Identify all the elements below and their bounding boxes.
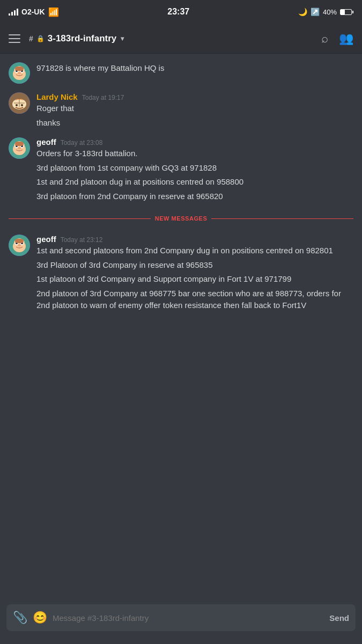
attachment-icon[interactable]: 📎: [13, 611, 27, 625]
message-text: 971828 is where my Battalion HQ is: [36, 62, 353, 75]
avatar: [9, 62, 30, 84]
message-header: geoff Today at 23:12: [36, 235, 353, 244]
hamburger-line-1: [9, 34, 20, 35]
channel-name-text: 3-183rd-infantry: [48, 33, 116, 44]
timestamp: Today at 23:12: [61, 236, 103, 244]
message-content: geoff Today at 23:08 Orders for 3-183rd …: [36, 137, 353, 202]
svg-rect-8: [15, 67, 24, 71]
nav-bar: # 🔒 3-183rd-infantry ▾ ⌕ 👥: [0, 24, 362, 54]
hamburger-line-2: [9, 38, 20, 39]
status-right: 🌙 ↗️ 40%: [298, 8, 353, 16]
message-group: geoff Today at 23:12 1st and second plat…: [0, 230, 362, 316]
message-group: geoff Today at 23:08 Orders for 3-183rd …: [0, 133, 362, 207]
avatar: [9, 137, 30, 159]
divider-label: NEW MESSAGES: [155, 215, 208, 222]
message-input[interactable]: [53, 613, 325, 623]
username: geoff: [36, 137, 56, 147]
svg-point-15: [21, 104, 23, 106]
status-left: O2-UK 📶: [9, 7, 59, 17]
wifi-icon: 📶: [48, 7, 59, 17]
carrier-name: O2-UK: [21, 8, 45, 16]
message-text: Roger that thanks: [36, 103, 353, 129]
message-text: Orders for 3-183rd battalion. 3rd platoo…: [36, 148, 353, 202]
svg-point-23: [18, 147, 21, 149]
new-messages-divider: NEW MESSAGES: [0, 211, 362, 226]
timestamp: Today at 23:08: [61, 139, 103, 147]
username: geoff: [36, 235, 56, 244]
hamburger-menu-button[interactable]: [9, 34, 20, 43]
location-icon: ↗️: [311, 8, 320, 16]
message-content: 971828 is where my Battalion HQ is: [36, 62, 353, 84]
emoji-icon[interactable]: 😊: [33, 611, 47, 625]
message-input-bar: 📎 😊 Send: [6, 604, 356, 631]
svg-point-32: [18, 244, 21, 246]
signal-icon: [9, 8, 18, 16]
status-bar: O2-UK 📶 23:37 🌙 ↗️ 40%: [0, 0, 362, 24]
message-header: Lardy Nick Today at 19:17: [36, 92, 353, 101]
message-group: 971828 is where my Battalion HQ is: [0, 58, 362, 88]
status-time: 23:37: [167, 7, 189, 17]
messages-area: 971828 is where my Battalion HQ is Lardy…: [0, 54, 362, 600]
avatar: [9, 92, 30, 114]
message-content: Lardy Nick Today at 19:17 Roger that tha…: [36, 92, 353, 129]
svg-point-14: [16, 104, 18, 106]
message-text: 1st and second platoons from 2nd Company…: [36, 245, 353, 312]
divider-line-right: [211, 218, 353, 219]
message-content: geoff Today at 23:12 1st and second plat…: [36, 235, 353, 312]
search-icon[interactable]: ⌕: [321, 32, 328, 46]
send-button[interactable]: Send: [329, 613, 349, 623]
moon-icon: 🌙: [298, 8, 307, 16]
username: Lardy Nick: [36, 92, 78, 101]
svg-rect-33: [15, 239, 24, 243]
battery-percent: 40%: [323, 8, 337, 16]
divider-line-left: [9, 218, 151, 219]
battery-icon: [340, 9, 353, 15]
timestamp: Today at 19:17: [82, 94, 124, 101]
nav-icons: ⌕ 👥: [321, 32, 353, 46]
hamburger-line-3: [9, 42, 20, 43]
channel-name[interactable]: # 🔒 3-183rd-infantry ▾: [29, 33, 321, 44]
channel-hash-icon: #: [29, 34, 33, 43]
channel-lock-icon: 🔒: [36, 35, 45, 42]
avatar: [9, 235, 30, 256]
message-header: geoff Today at 23:08: [36, 137, 353, 147]
members-icon[interactable]: 👥: [339, 32, 353, 46]
message-group: Lardy Nick Today at 19:17 Roger that tha…: [0, 88, 362, 133]
svg-rect-24: [15, 142, 24, 146]
chevron-down-icon: ▾: [121, 35, 124, 42]
svg-point-7: [18, 72, 21, 74]
